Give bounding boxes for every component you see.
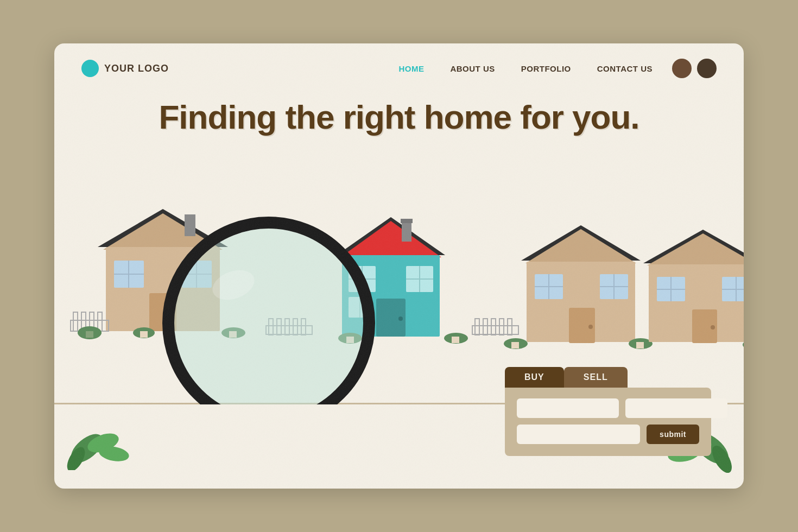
svg-point-74 [711,325,715,330]
tab-buy[interactable]: BUY [505,367,564,388]
form-tabs: BUY SELL [505,367,711,388]
svg-point-30 [398,316,403,321]
svg-rect-13 [73,312,78,331]
svg-rect-2 [185,214,195,236]
logo-text: YOUR LOGO [104,63,169,74]
form-box: submit [505,388,711,456]
nav-contact[interactable]: CONTACT US [597,64,653,73]
nav-avatars [672,59,717,78]
nav-about[interactable]: ABOUT US [450,64,495,73]
nav-home[interactable]: HOME [398,64,424,73]
svg-rect-54 [508,319,512,335]
svg-rect-52 [491,319,496,335]
nav-links: HOME ABOUT US PORTFOLIO CONTACT US [398,64,653,73]
avatar-2[interactable] [697,59,717,78]
form-panel: BUY SELL submit [505,367,711,456]
navbar: YOUR LOGO HOME ABOUT US PORTFOLIO CONTAC… [54,43,744,93]
hero-headline: Finding the right home for you. [54,99,744,136]
house-3 [504,225,653,349]
leaf-left [65,416,130,472]
svg-marker-25 [340,221,441,257]
logo-area: YOUR LOGO [81,60,169,77]
tab-sell[interactable]: SELL [564,367,628,388]
svg-rect-26 [402,221,411,242]
svg-rect-40 [452,337,459,343]
svg-point-19 [78,327,102,338]
nav-portfolio[interactable]: PORTFOLIO [521,64,571,73]
svg-rect-16 [98,312,102,331]
svg-rect-27 [401,219,413,223]
page-container: YOUR LOGO HOME ABOUT US PORTFOLIO CONTAC… [54,43,744,489]
form-input-3[interactable] [517,425,640,444]
svg-marker-71 [647,233,744,265]
avatar-1[interactable] [672,59,692,78]
svg-rect-67 [511,342,519,349]
svg-rect-21 [140,331,148,338]
form-row-1 [517,398,699,418]
svg-rect-53 [499,319,504,335]
form-input-1[interactable] [517,398,619,418]
submit-button[interactable]: submit [647,425,699,444]
svg-point-59 [588,325,593,329]
svg-rect-50 [475,319,479,335]
magnifier [168,223,369,404]
fence-middle2 [472,319,518,335]
svg-rect-69 [636,342,644,349]
hero-title: Finding the right home for you. [54,99,744,136]
svg-marker-56 [525,229,636,263]
house-4 [643,230,744,350]
form-input-2[interactable] [625,398,727,418]
form-row-2: submit [517,425,699,444]
logo-icon [81,60,99,77]
svg-rect-51 [483,319,487,335]
